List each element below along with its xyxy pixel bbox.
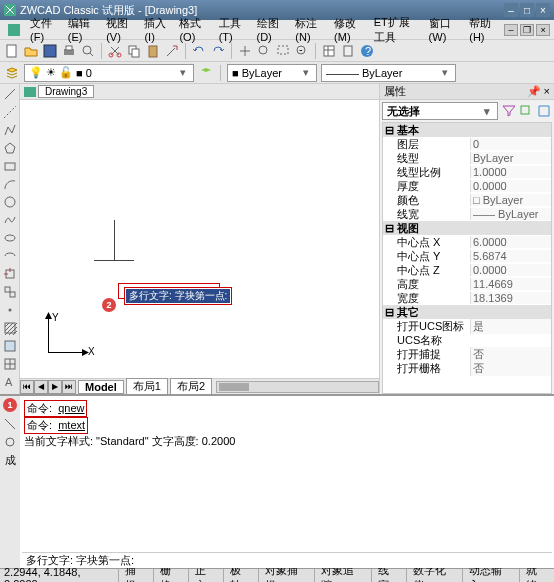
xline-tool-icon[interactable] xyxy=(2,104,18,120)
status-polar[interactable]: 极轴 xyxy=(224,569,259,582)
menu-insert[interactable]: 插入(I) xyxy=(140,14,173,45)
tab-first-icon[interactable]: ⏮ xyxy=(20,380,34,394)
minimize-button[interactable]: – xyxy=(504,3,518,17)
horizontal-scrollbar[interactable] xyxy=(216,381,379,393)
mdi-close-button[interactable]: × xyxy=(536,24,550,36)
prop-value[interactable]: 是 xyxy=(470,319,551,334)
app-menu-icon[interactable] xyxy=(4,22,24,38)
status-osnap[interactable]: 对象捕捉 xyxy=(259,569,316,582)
menu-view[interactable]: 视图(V) xyxy=(102,14,138,45)
properties-icon[interactable] xyxy=(321,43,337,59)
spline-tool-icon[interactable] xyxy=(2,212,18,228)
point-tool-icon[interactable] xyxy=(2,302,18,318)
color-dropdown[interactable]: ■ ByLayer ▾ xyxy=(227,64,317,82)
selection-dropdown[interactable]: 无选择 ▾ xyxy=(382,102,498,120)
prop-value[interactable]: 6.0000 xyxy=(470,236,551,248)
region-tool-icon[interactable] xyxy=(2,338,18,354)
status-dyn[interactable]: 动态输入 xyxy=(463,569,520,582)
zoom-prev-icon[interactable]: - xyxy=(294,43,310,59)
tab-model[interactable]: Model xyxy=(78,380,124,394)
paste-icon[interactable] xyxy=(145,43,161,59)
redo-icon[interactable] xyxy=(210,43,226,59)
new-icon[interactable] xyxy=(4,43,20,59)
menu-draw[interactable]: 绘图(D) xyxy=(253,14,290,45)
prop-value[interactable]: 18.1369 xyxy=(470,292,551,304)
pin-icon[interactable]: 📌 xyxy=(527,85,541,97)
save-icon[interactable] xyxy=(42,43,58,59)
tab-next-icon[interactable]: ▶ xyxy=(48,380,62,394)
command-history[interactable]: 命令: qnew 命令: mtext 当前文字样式: "Standard" 文字… xyxy=(20,396,554,568)
menu-edit[interactable]: 编辑(E) xyxy=(64,14,100,45)
status-lwt[interactable]: 线宽 xyxy=(372,569,407,582)
menu-format[interactable]: 格式(O) xyxy=(175,14,212,45)
prop-value[interactable]: 0 xyxy=(470,138,551,150)
undo-icon[interactable] xyxy=(191,43,207,59)
select-objects-icon[interactable] xyxy=(518,103,534,119)
status-snap[interactable]: 捕捉 xyxy=(119,569,154,582)
mdi-restore-button[interactable]: ❐ xyxy=(520,24,534,36)
pline-tool-icon[interactable] xyxy=(2,122,18,138)
menu-dimension[interactable]: 标注(N) xyxy=(291,14,328,45)
hatch-tool-icon[interactable] xyxy=(2,320,18,336)
menu-tools[interactable]: 工具(T) xyxy=(215,14,251,45)
cmd-tool-icon[interactable] xyxy=(2,416,18,432)
collapse-icon[interactable]: ⊟ xyxy=(383,222,395,235)
canvas[interactable]: 多行文字: 字块第一点: 2 Y X xyxy=(20,100,379,378)
prop-value[interactable]: 5.6874 xyxy=(470,250,551,262)
collapse-icon[interactable]: ⊟ xyxy=(383,124,395,137)
cmd-tool-icon[interactable]: 成 xyxy=(2,452,18,468)
layer-dropdown[interactable]: 💡 ☀ 🔓 ■ 0 ▾ xyxy=(24,64,194,82)
status-grid[interactable]: 栅格 xyxy=(154,569,189,582)
linetype-dropdown[interactable]: ——— ByLayer ▾ xyxy=(321,64,456,82)
menu-help[interactable]: 帮助(H) xyxy=(465,14,502,45)
insert-tool-icon[interactable] xyxy=(2,266,18,282)
cmd-tool-icon[interactable] xyxy=(2,434,18,450)
mtext-tool-icon[interactable]: A xyxy=(2,374,18,390)
tab-layout1[interactable]: 布局1 xyxy=(126,378,168,395)
mdi-minimize-button[interactable]: – xyxy=(504,24,518,36)
command-input[interactable]: 多行文字: 字块第一点: xyxy=(22,552,552,568)
table-tool-icon[interactable] xyxy=(2,356,18,372)
preview-icon[interactable] xyxy=(80,43,96,59)
collapse-icon[interactable]: ⊟ xyxy=(383,306,395,319)
tab-prev-icon[interactable]: ◀ xyxy=(34,380,48,394)
match-icon[interactable] xyxy=(164,43,180,59)
quickselect-icon[interactable] xyxy=(500,103,516,119)
layer-manager-icon[interactable] xyxy=(4,65,20,81)
open-icon[interactable] xyxy=(23,43,39,59)
arc-tool-icon[interactable] xyxy=(2,176,18,192)
line-tool-icon[interactable] xyxy=(2,86,18,102)
prop-value[interactable]: 11.4669 xyxy=(470,278,551,290)
prop-value[interactable]: □ ByLayer xyxy=(470,194,551,206)
prop-value[interactable]: —— ByLayer xyxy=(470,208,551,220)
menu-et[interactable]: ET扩展工具 xyxy=(370,13,423,47)
menu-file[interactable]: 文件(F) xyxy=(26,14,62,45)
calc-icon[interactable] xyxy=(340,43,356,59)
prop-value[interactable]: 否 xyxy=(470,361,551,376)
menu-window[interactable]: 窗口(W) xyxy=(425,14,464,45)
polygon-tool-icon[interactable] xyxy=(2,140,18,156)
pan-icon[interactable] xyxy=(237,43,253,59)
prop-value[interactable]: 0.0000 xyxy=(470,180,551,192)
zoom-icon[interactable] xyxy=(256,43,272,59)
maximize-button[interactable]: □ xyxy=(520,3,534,17)
status-tablet[interactable]: 数字化仪 xyxy=(407,569,464,582)
ellipse-arc-tool-icon[interactable] xyxy=(2,248,18,264)
ellipse-tool-icon[interactable] xyxy=(2,230,18,246)
tab-layout2[interactable]: 布局2 xyxy=(170,378,212,395)
menu-modify[interactable]: 修改(M) xyxy=(330,14,368,45)
panel-close-icon[interactable]: × xyxy=(544,85,550,97)
cut-icon[interactable] xyxy=(107,43,123,59)
pickadd-icon[interactable] xyxy=(536,103,552,119)
layer-prev-icon[interactable] xyxy=(198,65,214,81)
rect-tool-icon[interactable] xyxy=(2,158,18,174)
circle-tool-icon[interactable] xyxy=(2,194,18,210)
prop-value[interactable]: 0.0000 xyxy=(470,264,551,276)
copy-icon[interactable] xyxy=(126,43,142,59)
document-tab[interactable]: Drawing3 xyxy=(38,85,94,98)
block-tool-icon[interactable] xyxy=(2,284,18,300)
close-button[interactable]: × xyxy=(536,3,550,17)
help-icon[interactable]: ? xyxy=(359,43,375,59)
status-otrack[interactable]: 对象追踪 xyxy=(315,569,372,582)
prop-value[interactable]: 1.0000 xyxy=(470,166,551,178)
